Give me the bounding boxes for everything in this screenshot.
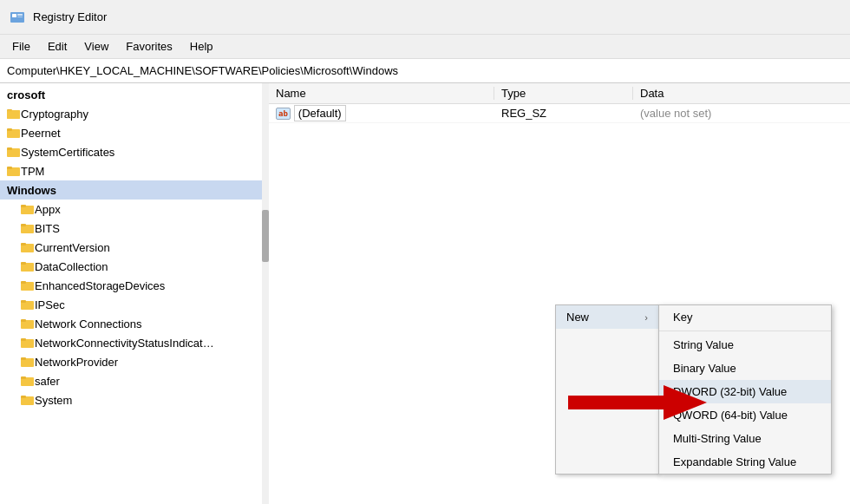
menu-bar: File Edit View Favorites Help bbox=[0, 35, 850, 59]
svg-rect-0 bbox=[10, 12, 24, 23]
tree-item-currentversion[interactable]: CurrentVersion bbox=[0, 238, 267, 257]
tree-item-system[interactable]: System bbox=[0, 390, 267, 409]
tree-label-networkconnectivity: NetworkConnectivityStatusIndicat… bbox=[35, 337, 214, 350]
main-content: crosoft Cryptography Peernet SystemCerti… bbox=[0, 83, 850, 504]
folder-icon bbox=[7, 108, 21, 120]
folder-icon bbox=[21, 375, 35, 387]
tree-label-windows: Windows bbox=[7, 184, 56, 197]
svg-rect-1 bbox=[12, 14, 16, 17]
address-path: Computer\HKEY_LOCAL_MACHINE\SOFTWARE\Pol… bbox=[7, 64, 398, 77]
submenu-label-key: Key bbox=[673, 311, 692, 324]
tree-item-peernet[interactable]: Peernet bbox=[0, 123, 267, 142]
tree-item-crosoft[interactable]: crosoft bbox=[0, 85, 267, 104]
submenu-item-expandable[interactable]: Expandable String Value bbox=[659, 450, 831, 474]
folder-icon bbox=[7, 146, 21, 158]
col-data-header: Data bbox=[633, 87, 850, 100]
tree-label-peernet: Peernet bbox=[21, 127, 61, 140]
table-header: Name Type Data bbox=[269, 83, 850, 104]
cell-type-default: REG_SZ bbox=[494, 107, 633, 120]
tree-item-safer[interactable]: safer bbox=[0, 371, 267, 390]
folder-icon bbox=[21, 298, 35, 311]
svg-rect-10 bbox=[7, 147, 12, 150]
right-pane: Name Type Data ab (Default) REG_SZ (valu… bbox=[269, 83, 850, 504]
tree-label-systemcerts: SystemCertificates bbox=[21, 146, 114, 159]
tree-label-cryptography: Cryptography bbox=[21, 108, 88, 121]
tree-item-ipsec[interactable]: IPSec bbox=[0, 295, 267, 314]
app-title: Registry Editor bbox=[33, 10, 107, 23]
tree-item-appx[interactable]: Appx bbox=[0, 200, 267, 219]
ab-icon: ab bbox=[276, 108, 291, 120]
tree-label-appx: Appx bbox=[35, 203, 61, 216]
svg-rect-2 bbox=[17, 14, 23, 16]
tree-item-datacollection[interactable]: DataCollection bbox=[0, 257, 267, 276]
svg-rect-3 bbox=[17, 16, 23, 17]
tree-label-enhancedstorage: EnhancedStorageDevices bbox=[35, 279, 165, 292]
svg-marker-35 bbox=[568, 385, 707, 420]
folder-icon bbox=[21, 279, 35, 291]
svg-rect-30 bbox=[21, 357, 26, 360]
svg-rect-32 bbox=[21, 376, 26, 379]
folder-icon bbox=[7, 127, 21, 139]
cell-data-default: (value not set) bbox=[633, 107, 850, 120]
tree-item-cryptography[interactable]: Cryptography bbox=[0, 104, 267, 123]
title-bar: Registry Editor bbox=[0, 0, 850, 35]
svg-rect-18 bbox=[21, 243, 26, 245]
tree-label-networkprovider: NetworkProvider bbox=[35, 356, 118, 369]
tree-scrollbar-thumb[interactable] bbox=[262, 210, 269, 262]
tree-label-crosoft: crosoft bbox=[7, 88, 45, 101]
address-bar: Computer\HKEY_LOCAL_MACHINE\SOFTWARE\Pol… bbox=[0, 59, 850, 83]
new-menu-item[interactable]: New › bbox=[556, 305, 658, 329]
submenu-item-multistring[interactable]: Multi-String Value bbox=[659, 427, 831, 450]
svg-rect-22 bbox=[21, 281, 26, 284]
submenu-arrow-icon: › bbox=[644, 312, 648, 323]
menu-help[interactable]: Help bbox=[181, 36, 222, 56]
col-name-header: Name bbox=[269, 87, 494, 100]
menu-edit[interactable]: Edit bbox=[39, 36, 75, 56]
red-arrow-indicator bbox=[568, 385, 707, 422]
submenu-label-string: String Value bbox=[673, 338, 734, 351]
tree-item-enhancedstorage[interactable]: EnhancedStorageDevices bbox=[0, 276, 267, 295]
menu-view[interactable]: View bbox=[75, 36, 117, 56]
submenu-label-expandable: Expandable String Value bbox=[673, 455, 796, 468]
tree-item-networkconnections[interactable]: Network Connections bbox=[0, 314, 267, 333]
tree-label-networkconnections: Network Connections bbox=[35, 317, 142, 331]
tree-label-tpm: TPM bbox=[21, 165, 44, 178]
submenu-label-multistring: Multi-String Value bbox=[673, 432, 762, 445]
tree-label-bits: BITS bbox=[35, 222, 60, 235]
menu-file[interactable]: File bbox=[3, 36, 39, 56]
svg-rect-28 bbox=[21, 338, 26, 341]
tree-item-bits[interactable]: BITS bbox=[0, 219, 267, 238]
tree-label-safer: safer bbox=[35, 375, 60, 388]
svg-rect-14 bbox=[21, 205, 26, 207]
app-icon bbox=[9, 9, 26, 26]
tree-label-system: System bbox=[35, 394, 72, 407]
tree-scrollbar[interactable] bbox=[262, 83, 269, 504]
submenu-item-string[interactable]: String Value bbox=[659, 333, 831, 357]
tree-label-currentversion: CurrentVersion bbox=[35, 241, 110, 254]
folder-icon bbox=[21, 394, 35, 406]
tree-label-datacollection: DataCollection bbox=[35, 260, 108, 273]
tree-pane: crosoft Cryptography Peernet SystemCerti… bbox=[0, 83, 269, 504]
folder-icon bbox=[21, 260, 35, 272]
tree-item-systemcerts[interactable]: SystemCertificates bbox=[0, 142, 267, 161]
tree-item-windows[interactable]: Windows bbox=[0, 180, 267, 200]
red-arrow-svg bbox=[568, 385, 707, 420]
folder-icon bbox=[21, 241, 35, 253]
folder-icon bbox=[21, 337, 35, 349]
table-row-default[interactable]: ab (Default) REG_SZ (value not set) bbox=[269, 104, 850, 123]
tree-item-networkprovider[interactable]: NetworkProvider bbox=[0, 352, 267, 371]
submenu-label-binary: Binary Value bbox=[673, 362, 736, 375]
tree-label-ipsec: IPSec bbox=[35, 298, 65, 311]
col-type-header: Type bbox=[494, 87, 633, 100]
submenu-item-binary[interactable]: Binary Value bbox=[659, 357, 831, 380]
submenu-divider-1 bbox=[659, 331, 831, 331]
default-value-name: (Default) bbox=[294, 105, 346, 121]
submenu-item-key[interactable]: Key bbox=[659, 305, 831, 329]
tree-item-networkconnectivity[interactable]: NetworkConnectivityStatusIndicat… bbox=[0, 333, 267, 352]
tree-item-tpm[interactable]: TPM bbox=[0, 161, 267, 180]
svg-rect-20 bbox=[21, 262, 26, 265]
menu-favorites[interactable]: Favorites bbox=[117, 36, 180, 56]
folder-icon bbox=[21, 222, 35, 234]
svg-rect-12 bbox=[7, 167, 12, 169]
svg-rect-6 bbox=[7, 110, 20, 119]
